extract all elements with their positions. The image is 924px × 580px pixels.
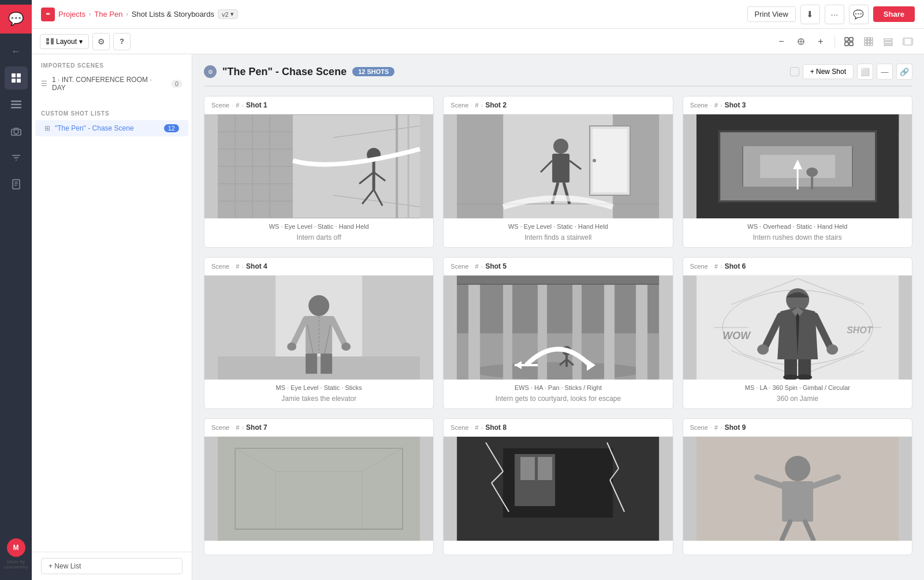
zoom-out-button[interactable]: − (773, 34, 789, 50)
svg-rect-100 (218, 276, 275, 356)
scene-item[interactable]: ☰ 1 · INT. CONFERENCE ROOM · DAY 0 (32, 72, 192, 95)
svg-rect-99 (218, 356, 420, 380)
more-options-button[interactable]: ··· (825, 5, 844, 24)
shot-card-7[interactable]: Scene · # › Shot 7 (204, 418, 434, 555)
grid-small-view-button[interactable] (880, 34, 896, 50)
gear-icon: ⚙ (98, 37, 105, 46)
download-button[interactable]: ⬇ (800, 5, 820, 24)
sidebar-book-btn[interactable] (5, 173, 28, 196)
svg-rect-119 (538, 281, 547, 380)
app-logo[interactable]: 💬 (0, 5, 32, 34)
zoom-in-button[interactable]: + (813, 34, 829, 50)
svg-rect-118 (503, 281, 512, 380)
shot-9-image (683, 437, 912, 541)
svg-point-111 (341, 343, 351, 351)
filmstrip-view-button[interactable] (900, 34, 916, 50)
zoom-fit-button[interactable] (793, 34, 809, 50)
sidebar-back-btn[interactable]: ← (5, 40, 28, 63)
chat-button[interactable]: 💬 (849, 5, 869, 24)
svg-rect-93 (696, 202, 899, 218)
svg-rect-171 (782, 481, 813, 522)
print-view-button[interactable]: Print View (747, 6, 796, 22)
toolbar-right: − + (773, 34, 916, 50)
new-shot-button[interactable]: + New Shot (803, 64, 854, 79)
scene-view-toggle2[interactable]: — (877, 64, 893, 80)
shot-8-name: Shot 8 (485, 423, 506, 432)
settings-button[interactable]: ⚙ (92, 33, 110, 50)
breadcrumb-sep1: › (89, 11, 91, 17)
scene-label: 1 · INT. CONFERENCE ROOM · DAY (52, 76, 166, 92)
svg-text:WOW: WOW (722, 330, 751, 341)
svg-rect-42 (293, 114, 420, 218)
svg-rect-1 (17, 73, 21, 77)
version-badge[interactable]: v2 ▾ (218, 9, 238, 19)
top-nav-right: Print View ⬇ ··· 💬 Share (747, 5, 915, 24)
sidebar-home-btn[interactable] (5, 66, 28, 90)
layout-label: Layout (56, 38, 77, 46)
svg-rect-123 (457, 276, 659, 284)
breadcrumb-projects[interactable]: Projects (58, 10, 85, 18)
help-button[interactable]: ? (113, 33, 131, 50)
shot-list-label: "The Pen" - Chase Scene (55, 124, 159, 132)
scene-list-icon: ☰ (41, 80, 47, 88)
svg-point-144 (757, 344, 769, 355)
shot-card-8[interactable]: Scene · # › Shot 8 (443, 418, 673, 555)
share-button[interactable]: Share (873, 6, 915, 22)
shot-card-9[interactable]: Scene · # › Shot 9 (683, 418, 912, 555)
shot-8-image (444, 437, 672, 541)
shot-8-meta (444, 541, 672, 548)
shot-5-image (444, 276, 672, 380)
left-panel: IMPORTED SCENES ☰ 1 · INT. CONFERENCE RO… (32, 54, 192, 580)
svg-rect-29 (867, 40, 870, 43)
shot-5-desc: Intern gets to courtyard, looks for esca… (444, 393, 672, 408)
shot-3-image (683, 114, 912, 218)
shot-card-5-header: Scene · # › Shot 5 (444, 258, 672, 276)
shot-card-1[interactable]: Scene · # › Shot 1 (204, 96, 434, 248)
shot-3-name: Shot 3 (725, 101, 746, 109)
new-list-button[interactable]: + New List (41, 558, 182, 574)
svg-rect-146 (784, 359, 797, 377)
scene-header-right: + New Shot ⬜ — 🔗 (790, 64, 912, 80)
sidebar-filter-btn[interactable] (5, 146, 28, 169)
shot-5-meta: EWS · HA · Pan · Sticks / Right (444, 380, 672, 393)
logo-icon: 💬 (8, 12, 24, 27)
scene-view-toggle1[interactable]: ⬜ (857, 64, 873, 80)
svg-point-88 (806, 168, 818, 177)
shot-card-2[interactable]: Scene · # › Shot 2 (443, 96, 673, 248)
scene-link-button[interactable]: 🔗 (896, 64, 912, 80)
user-avatar[interactable]: M (7, 538, 25, 557)
grid-medium-view-button[interactable] (860, 34, 877, 50)
sidebar-camera-btn[interactable] (5, 120, 28, 143)
svg-rect-28 (865, 40, 867, 43)
breadcrumb-pen[interactable]: The Pen (94, 10, 122, 18)
svg-rect-68 (593, 129, 627, 192)
shot-card-2-header: Scene · # › Shot 2 (444, 96, 672, 114)
shot-6-image: WOW SHOT (683, 276, 912, 380)
svg-rect-34 (884, 39, 892, 40)
shot-9-name: Shot 9 (725, 423, 746, 432)
shot-4-name: Shot 4 (246, 262, 267, 270)
select-all-checkbox[interactable] (790, 67, 799, 76)
svg-rect-21 (845, 38, 848, 41)
svg-rect-117 (468, 281, 480, 380)
shots-count-badge: 12 SHOTS (352, 67, 394, 76)
svg-rect-6 (11, 107, 21, 109)
shot-card-5[interactable]: Scene · # › Shot 5 (443, 257, 673, 409)
shot-card-3-header: Scene · # › Shot 3 (683, 96, 912, 114)
grid-large-view-button[interactable] (841, 34, 857, 50)
shot-card-3[interactable]: Scene · # › Shot 3 (683, 96, 912, 248)
breadcrumb: ✒ Projects › The Pen › Shot Lists & Stor… (41, 8, 238, 21)
shot-7-image (204, 437, 433, 541)
chat-icon: 💬 (853, 9, 864, 20)
svg-rect-112 (305, 354, 317, 374)
scene-header: ⚙ "The Pen" - Chase Scene 12 SHOTS + New… (204, 64, 912, 87)
shot-card-4[interactable]: Scene · # › Shot 4 (204, 257, 434, 409)
main-wrapper: ✒ Projects › The Pen › Shot Lists & Stor… (32, 0, 924, 580)
svg-rect-150 (218, 437, 420, 541)
layout-button[interactable]: Layout ▾ (40, 34, 89, 49)
shot-card-6[interactable]: Scene · # › Shot 6 (683, 257, 912, 409)
shot-list-item-chase-scene[interactable]: ⊞ "The Pen" - Chase Scene 12 (35, 120, 188, 136)
svg-rect-17 (51, 38, 54, 44)
chevron-down-icon: ▾ (230, 10, 234, 18)
sidebar-list-btn[interactable] (5, 93, 28, 116)
